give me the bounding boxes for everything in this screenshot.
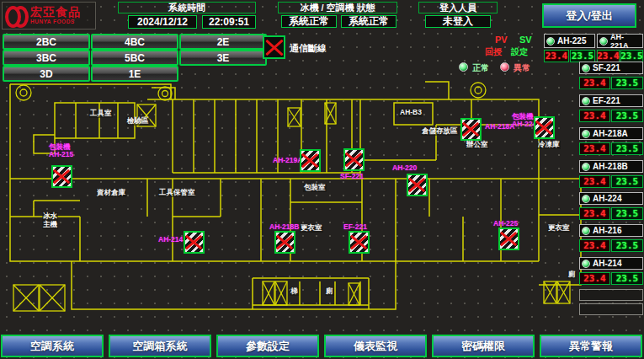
pv-value: 23.4 (597, 50, 620, 62)
login-logout-button[interactable]: 登入/登出 (542, 3, 636, 28)
pv-value: 23.4 (579, 110, 610, 122)
machine-status-label: 冰機 / 空調機 狀態 (278, 2, 397, 13)
floor-button-4bc[interactable]: 4BC (91, 34, 178, 50)
login-user-value: 未登入 (425, 15, 491, 28)
sv-value: 23.5 (611, 142, 643, 155)
device-label-ah-224: 包裝機AH-224 (512, 113, 536, 129)
system-time-value: 22:09:51 (202, 15, 256, 29)
nav-button-ahu-system[interactable]: 空調箱系統 (109, 335, 211, 357)
pv-legend-label: PV (495, 35, 508, 45)
normal-legend-label: 正常 (472, 62, 489, 74)
device-icon-ah-224[interactable] (534, 116, 555, 139)
device-icon-ah-218a[interactable] (460, 118, 482, 141)
room-label: 包裝室 (303, 184, 327, 192)
room-label: 工具室 (89, 110, 113, 118)
nav-button-alarm[interactable]: 異常警報 (540, 335, 642, 357)
room-label: 更衣室 (300, 224, 323, 233)
device-icon-ah-225[interactable] (498, 228, 519, 250)
status-led-icon (582, 97, 590, 105)
equipment-slot-empty (579, 289, 643, 301)
equipment-slot-empty (579, 303, 643, 315)
pv-value: 23.4 (544, 50, 569, 62)
nav-button-hvac-system[interactable]: 空調系統 (1, 335, 104, 357)
equipment-ah-225[interactable]: AH-225 (544, 34, 595, 48)
floor-button-3bc[interactable]: 3BC (3, 50, 90, 66)
device-icon-ah-218b[interactable] (274, 231, 295, 254)
nav-button-parameters[interactable]: 參數設定 (216, 335, 319, 357)
abnormal-led-icon (500, 62, 509, 72)
comm-loss-label: 通信斷線 (290, 42, 327, 55)
pv-value: 23.4 (579, 175, 610, 188)
status-led-icon (582, 130, 590, 138)
floor-button-3e[interactable]: 3E (179, 50, 267, 66)
device-icon-sf-221[interactable] (343, 148, 365, 171)
pv-value: 23.4 (579, 239, 610, 252)
status-led-icon (546, 37, 555, 46)
device-icon-ah-220[interactable] (407, 174, 428, 196)
status-led-icon (582, 260, 590, 268)
device-label-ef-221: EF-221 (343, 223, 367, 231)
pv-value: 23.4 (579, 142, 610, 155)
device-label-ah-215: 包裝機AH-215 (49, 143, 73, 159)
ahu-status-value: 系統正常 (341, 15, 397, 28)
room-label: 檢驗區 (126, 117, 150, 126)
room-label: 廁 (325, 287, 334, 296)
equipment-ah-218b[interactable]: AH-218B (579, 160, 643, 173)
abnormal-legend-label: 異常 (514, 62, 530, 74)
comm-loss-icon (263, 35, 285, 59)
floor-button-2bc[interactable]: 2BC (3, 34, 90, 50)
room-label: 廁 (567, 271, 577, 279)
equipment-sf-221[interactable]: SF-221 (579, 62, 643, 74)
system-time-label: 系統時間 (118, 2, 256, 13)
device-label-ah-218b: AH-218B (269, 223, 299, 231)
sv-value: 23.5 (611, 207, 643, 220)
floor-button-1e[interactable]: 1E (91, 66, 178, 82)
sv-value: 23.5 (611, 239, 643, 252)
status-led-icon (582, 64, 590, 72)
sv-value: 23.5 (611, 175, 643, 188)
sv-value: 23.5 (611, 110, 643, 122)
room-label: AH-B3 (399, 109, 423, 117)
room-label: 梯 (290, 287, 299, 296)
status-led-icon (599, 37, 608, 46)
pv-value: 23.4 (579, 207, 610, 220)
sv-value: 23.5 (611, 272, 643, 285)
device-label-ah-218a: AH-218A (485, 123, 514, 131)
logo-subtitle: HUNYA FOODS (30, 19, 81, 25)
device-icon-ef-221[interactable] (349, 231, 370, 254)
floor-button-2e[interactable]: 2E (179, 34, 267, 50)
room-label: 倉儲存放區 (421, 127, 459, 136)
login-user-label: 登入人員 (418, 2, 498, 13)
chiller-status-value: 系統正常 (281, 15, 337, 28)
sv-value: 23.5 (570, 50, 595, 62)
equipment-ef-221[interactable]: EF-221 (579, 94, 643, 107)
hmi-screen: 宏亞食品 HUNYA FOODS 系統時間 2024/12/12 22:09:5… (0, 0, 644, 359)
nav-button-meter-monitor[interactable]: 儀表監視 (324, 335, 427, 357)
sv-value: 23.5 (620, 50, 643, 62)
normal-led-icon (459, 62, 468, 72)
equipment-ah-218a[interactable]: AH-218A (579, 127, 643, 140)
pv-value: 23.4 (579, 77, 610, 89)
equipment-ah-221a[interactable]: AH-221A (597, 34, 643, 48)
device-label-ah-214: AH-214 (158, 236, 183, 244)
floor-button-5bc[interactable]: 5BC (91, 50, 178, 66)
device-icon-ah-215[interactable] (51, 165, 72, 188)
sv-value: 23.5 (611, 77, 643, 89)
device-icon-ah-214[interactable] (184, 231, 205, 254)
room-label: 資材倉庫 (96, 189, 126, 197)
equipment-ah-216[interactable]: AH-216 (579, 224, 643, 237)
device-label-sf-221: SF-221 (340, 173, 364, 180)
room-label: 冰水 主機 (42, 212, 58, 229)
equipment-ah-224[interactable]: AH-224 (579, 192, 643, 205)
nav-button-password-auth[interactable]: 密碼權限 (432, 335, 535, 357)
equipment-ah-214[interactable]: AH-214 (579, 257, 643, 270)
pv-desc-label: 回授 (485, 46, 502, 58)
room-label: 冷凍庫 (537, 141, 561, 149)
device-label-ah-219a: AH-219A (273, 157, 302, 164)
logo-title: 宏亞食品 (30, 6, 81, 18)
room-label: 辦公室 (466, 141, 489, 149)
device-label-ah-220: AH-220 (392, 164, 417, 172)
room-label: 工具保管室 (158, 189, 196, 197)
device-icon-ah-219a[interactable] (300, 149, 321, 172)
floor-button-3d[interactable]: 3D (3, 66, 90, 82)
